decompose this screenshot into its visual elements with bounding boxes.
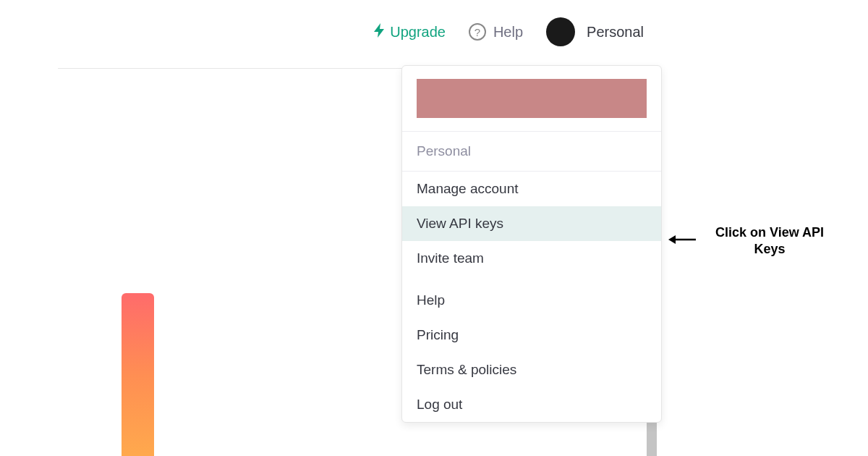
help-icon: ? <box>469 23 486 41</box>
account-dropdown-menu: Personal Manage account View API keys In… <box>401 65 662 423</box>
dropdown-header <box>402 66 661 131</box>
upgrade-label: Upgrade <box>390 24 446 41</box>
menu-item-pricing[interactable]: Pricing <box>402 318 661 352</box>
menu-item-manage-account[interactable]: Manage account <box>402 171 661 206</box>
annotation-callout: Click on View API Keys <box>668 224 835 258</box>
menu-item-terms[interactable]: Terms & policies <box>402 352 661 387</box>
upgrade-link[interactable]: Upgrade <box>374 23 446 41</box>
annotation-text: Click on View API Keys <box>705 224 835 258</box>
menu-item-view-api-keys[interactable]: View API keys <box>402 206 661 241</box>
svg-marker-1 <box>668 235 676 244</box>
lightning-icon <box>374 23 386 41</box>
menu-item-invite-team[interactable]: Invite team <box>402 241 661 276</box>
top-header: Upgrade ? Help Personal <box>0 0 868 61</box>
decorative-gradient-bar <box>122 293 154 456</box>
arrow-left-icon <box>668 231 697 251</box>
help-label: Help <box>493 24 523 41</box>
menu-item-help[interactable]: Help <box>402 283 661 318</box>
account-label: Personal <box>587 24 644 41</box>
dropdown-section-label: Personal <box>402 131 661 171</box>
avatar <box>546 17 575 46</box>
redacted-username <box>417 79 647 118</box>
dropdown-divider <box>402 276 661 283</box>
account-menu-trigger[interactable]: Personal <box>546 17 644 46</box>
menu-item-logout[interactable]: Log out <box>402 387 661 422</box>
help-link[interactable]: ? Help <box>469 23 523 41</box>
